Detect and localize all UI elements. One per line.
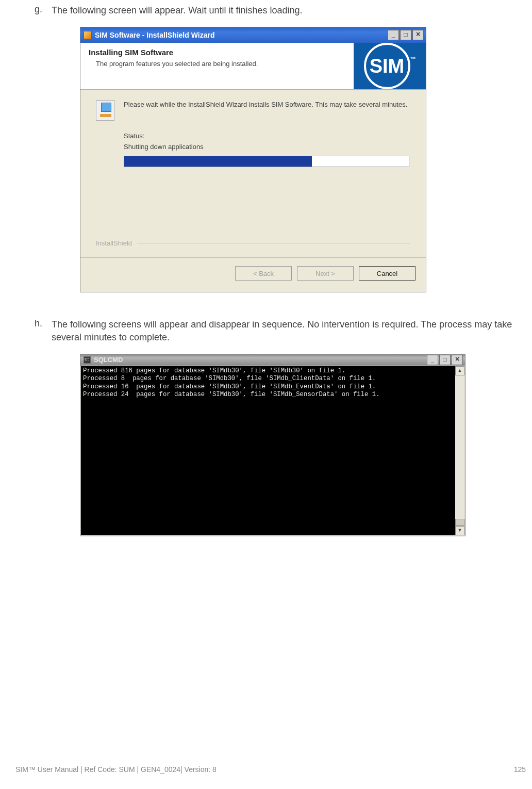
- installer-screenshot: SIM Software - InstallShield Wizard _ □ …: [80, 27, 517, 292]
- installshield-brand: InstallShield: [96, 239, 132, 247]
- window-controls: _ □ ×: [388, 30, 424, 40]
- page-footer: SIM™ User Manual | Ref Code: SUM | GEN4_…: [15, 765, 526, 774]
- maximize-button[interactable]: □: [400, 30, 411, 40]
- step-text: The following screen will appear. Wait u…: [52, 4, 517, 17]
- logo-circle: SIM: [364, 43, 410, 89]
- console-window: SQLCMD _ □ × Processed 816 pages for dat…: [80, 354, 466, 536]
- status-label: Status:: [124, 132, 410, 140]
- close-button[interactable]: ×: [412, 30, 424, 40]
- progress-fill: [124, 156, 312, 167]
- console-title: SQLCMD: [94, 356, 427, 364]
- step-letter: h.: [15, 318, 52, 343]
- minimize-button[interactable]: _: [427, 355, 438, 365]
- banner-title: Installing SIM Software: [89, 48, 345, 57]
- footer-left: SIM™ User Manual | Ref Code: SUM | GEN4_…: [15, 765, 217, 774]
- installshield-brand-row: InstallShield: [96, 239, 410, 247]
- console-output: Processed 816 pages for database 'SIMdb3…: [81, 366, 455, 535]
- back-button: < Back: [235, 266, 292, 281]
- installer-app-icon: [84, 31, 92, 39]
- step-h: h. The following screens will appear and…: [15, 318, 517, 343]
- maximize-button[interactable]: □: [439, 355, 451, 365]
- window-controls: _ □ ×: [427, 355, 463, 365]
- minimize-button[interactable]: _: [388, 30, 399, 40]
- installer-body: Please wait while the InstallShield Wiza…: [80, 90, 426, 257]
- scroll-up-button[interactable]: ▲: [455, 366, 464, 375]
- next-button: Next >: [297, 266, 354, 281]
- installer-window: SIM Software - InstallShield Wizard _ □ …: [80, 27, 426, 292]
- console-screenshot: SQLCMD _ □ × Processed 816 pages for dat…: [80, 354, 517, 536]
- progress-bar: [124, 156, 409, 167]
- installer-title: SIM Software - InstallShield Wizard: [95, 31, 388, 39]
- step-g: g. The following screen will appear. Wai…: [15, 4, 517, 17]
- banner-subtitle: The program features you selected are be…: [89, 60, 345, 68]
- cancel-button[interactable]: Cancel: [359, 266, 415, 281]
- logo-tm: ™: [410, 56, 416, 62]
- console-scrollbar[interactable]: ▲ ▼: [455, 366, 464, 535]
- scroll-thumb[interactable]: [455, 519, 464, 526]
- close-button[interactable]: ×: [452, 355, 463, 365]
- sim-logo: SIM ™: [354, 43, 426, 89]
- scroll-down-button[interactable]: ▼: [455, 526, 464, 535]
- wait-text: Please wait while the InstallShield Wiza…: [124, 100, 407, 121]
- installer-banner: Installing SIM Software The program feat…: [80, 43, 426, 90]
- setup-icon: [96, 100, 114, 121]
- status-message: Shutting down applications: [124, 143, 410, 151]
- footer-page-number: 125: [514, 765, 526, 774]
- installer-titlebar: SIM Software - InstallShield Wizard _ □ …: [80, 27, 426, 43]
- installer-button-row: < Back Next > Cancel: [80, 257, 426, 292]
- scroll-track[interactable]: [455, 375, 464, 526]
- console-app-icon: [84, 356, 91, 364]
- step-letter: g.: [15, 4, 52, 17]
- console-titlebar: SQLCMD _ □ ×: [80, 354, 465, 366]
- step-text: The following screens will appear and di…: [52, 318, 517, 343]
